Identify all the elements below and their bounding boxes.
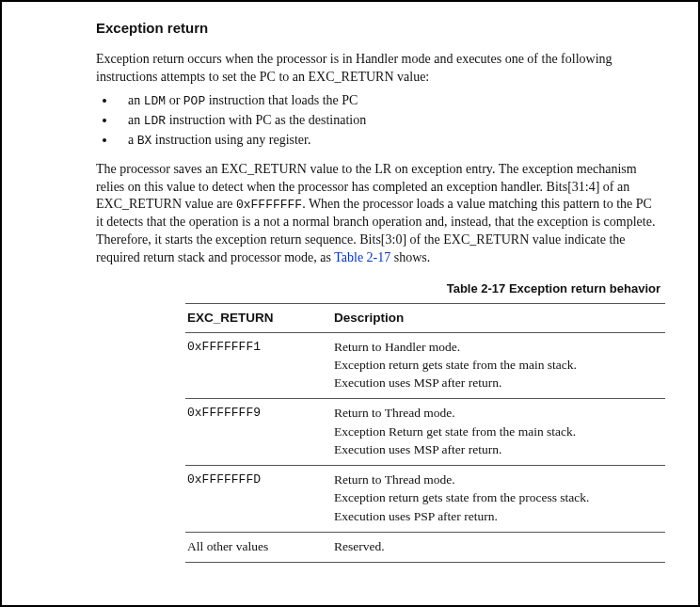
table-caption: Table 2-17 Exception return behavior [96, 280, 660, 297]
table-row: 0xFFFFFFF1Return to Handler mode.Excepti… [185, 332, 665, 399]
list-text: an [128, 93, 144, 107]
exc-return-description: Return to Handler mode.Exception return … [332, 332, 665, 399]
intro-paragraph: Exception return occurs when the process… [96, 51, 660, 87]
list-text: instruction using any register. [151, 133, 310, 147]
table-header-row: EXC_RETURN Description [185, 303, 665, 332]
list-item: an LDR instruction with PC as the destin… [117, 112, 660, 130]
table-header-description: Description [332, 303, 665, 332]
list-text: an [128, 113, 144, 127]
description-line: Return to Thread mode. [334, 405, 661, 422]
document-page: Exception return Exception return occurs… [0, 0, 700, 607]
body-paragraph: The processor saves an EXC_RETURN value … [96, 161, 660, 267]
description-line: Execution uses MSP after return. [334, 441, 661, 458]
exc-return-value: 0xFFFFFFF1 [185, 332, 332, 399]
table-row: 0xFFFFFFFDReturn to Thread mode.Exceptio… [185, 466, 665, 533]
description-line: Reserved. [334, 538, 661, 555]
table-row: 0xFFFFFFF9Return to Thread mode.Exceptio… [185, 399, 665, 466]
exception-return-table: EXC_RETURN Description 0xFFFFFFF1Return … [185, 303, 665, 563]
description-line: Return to Handler mode. [334, 339, 661, 356]
list-text: instruction that loads the PC [205, 93, 358, 107]
bullet-list: an LDM or POP instruction that loads the… [96, 92, 660, 150]
list-item: an LDM or POP instruction that loads the… [117, 92, 660, 110]
exc-return-description: Return to Thread mode.Exception Return g… [332, 399, 665, 466]
code-span: LDR [144, 114, 166, 128]
table-reference-link[interactable]: Table 2-17 [334, 250, 390, 264]
exc-return-value: 0xFFFFFFF9 [185, 399, 332, 466]
exc-return-value: All other values [185, 532, 332, 562]
list-text: instruction with PC as the destination [166, 113, 366, 127]
code-span: POP [183, 94, 205, 108]
section-heading: Exception return [96, 19, 660, 38]
description-line: Exception return gets state from the pro… [334, 489, 661, 506]
exc-return-description: Return to Thread mode.Exception return g… [332, 466, 665, 533]
exc-return-description: Reserved. [332, 532, 665, 562]
list-text: or [166, 93, 183, 107]
description-line: Exception Return get state from the main… [334, 423, 661, 440]
description-line: Execution uses PSP after return. [334, 508, 661, 525]
list-item: a BX instruction using any register. [117, 132, 660, 150]
list-text: a [128, 133, 137, 147]
description-line: Return to Thread mode. [334, 471, 661, 488]
description-line: Execution uses MSP after return. [334, 375, 661, 391]
body-text: shows. [390, 250, 430, 264]
code-span: 0xFFFFFFF [236, 198, 302, 212]
description-line: Exception return gets state from the mai… [334, 357, 661, 374]
code-span: LDM [144, 94, 166, 108]
table-row: All other valuesReserved. [185, 532, 665, 562]
exc-return-value: 0xFFFFFFFD [185, 466, 332, 533]
code-span: BX [137, 134, 152, 148]
table-header-exc-return: EXC_RETURN [185, 303, 332, 332]
